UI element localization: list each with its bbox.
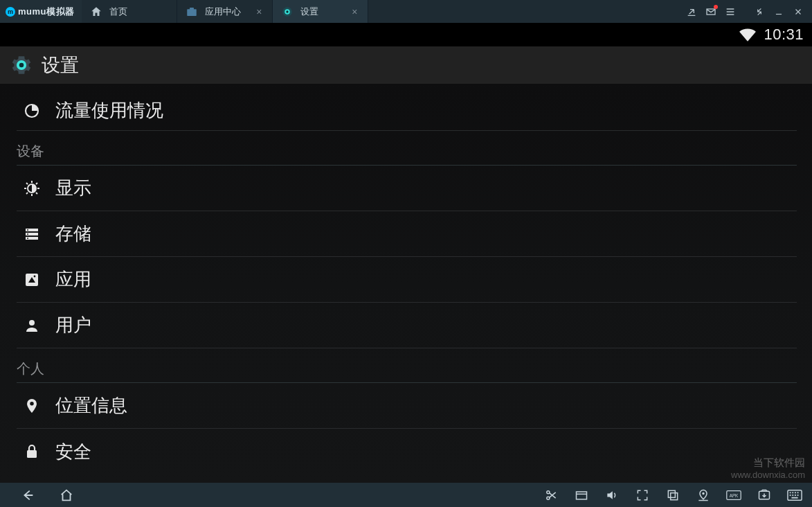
notification-dot — [714, 5, 718, 9]
svg-point-22 — [27, 233, 28, 235]
settings-item-security[interactable]: 安全 — [17, 429, 797, 474]
android-status-bar: 10:31 — [0, 23, 812, 46]
fullscreen-icon[interactable] — [635, 488, 650, 503]
data-usage-icon — [24, 103, 40, 119]
svg-point-27 — [29, 320, 35, 326]
gps-icon[interactable] — [696, 488, 711, 503]
section-header-device: 设备 — [17, 135, 797, 166]
location-icon — [24, 398, 40, 414]
status-clock: 10:31 — [764, 26, 804, 44]
svg-point-26 — [34, 275, 36, 277]
svg-rect-33 — [671, 492, 678, 499]
settings-item-label: 流量使用情况 — [55, 98, 163, 123]
screenshot-icon[interactable] — [757, 488, 772, 503]
svg-rect-39 — [790, 492, 791, 493]
logo-text: mumu模拟器 — [18, 6, 75, 18]
svg-rect-0 — [187, 9, 197, 16]
apps-icon — [24, 272, 40, 288]
settings-item-storage[interactable]: 存储 — [17, 211, 797, 257]
svg-rect-1 — [190, 8, 194, 10]
share-icon[interactable] — [682, 0, 701, 23]
svg-point-4 — [286, 10, 288, 12]
svg-point-21 — [27, 229, 28, 231]
folder-icon[interactable] — [574, 488, 589, 503]
logo-icon: m — [6, 7, 15, 17]
section-header-personal: 个人 — [17, 353, 797, 383]
settings-item-apps[interactable]: 应用 — [17, 257, 797, 303]
scissors-icon[interactable] — [543, 488, 559, 503]
svg-rect-44 — [792, 495, 793, 496]
mail-icon[interactable] — [701, 0, 721, 23]
settings-header-gear-icon — [10, 53, 33, 77]
emulator-bottombar: APK — [0, 483, 812, 507]
shrink-icon[interactable] — [750, 0, 769, 23]
svg-point-34 — [702, 492, 704, 494]
multiwin-icon[interactable] — [665, 488, 680, 503]
settings-item-label: 位置信息 — [55, 393, 127, 418]
svg-rect-47 — [791, 497, 797, 498]
settings-title: 设置 — [42, 53, 79, 78]
close-icon[interactable] — [788, 0, 808, 23]
settings-item-label: 显示 — [55, 176, 91, 200]
volume-icon[interactable] — [604, 488, 620, 503]
settings-item-location[interactable]: 位置信息 — [17, 383, 797, 429]
tab-label: 首页 — [109, 6, 170, 18]
menu-icon[interactable] — [721, 0, 740, 23]
svg-rect-32 — [668, 490, 675, 497]
svg-rect-41 — [795, 492, 796, 493]
svg-line-16 — [26, 193, 28, 194]
tab-label: 应用中心 — [205, 6, 254, 18]
svg-rect-45 — [795, 495, 796, 496]
minimize-icon[interactable] — [769, 0, 788, 23]
svg-rect-46 — [797, 495, 799, 496]
emulator-logo: m mumu模拟器 — [0, 0, 82, 23]
keyboard-icon[interactable] — [787, 488, 802, 503]
storage-icon — [24, 226, 40, 242]
display-icon — [24, 180, 40, 197]
svg-text:APK: APK — [730, 493, 739, 498]
tab-app-center[interactable]: 应用中心 × — [177, 0, 273, 23]
settings-item-data-usage[interactable]: 流量使用情况 — [17, 91, 797, 131]
security-icon — [24, 443, 40, 460]
settings-item-label: 用户 — [55, 313, 91, 337]
titlebar-actions — [682, 0, 812, 23]
svg-rect-28 — [27, 450, 37, 458]
settings-list: 流量使用情况 设备 显示 存储 应用 用户 个人 位置信息 — [0, 84, 812, 483]
svg-line-14 — [26, 183, 28, 184]
tab-close-button[interactable]: × — [349, 6, 360, 17]
svg-rect-31 — [577, 492, 587, 499]
svg-rect-40 — [792, 492, 793, 493]
wifi-icon — [739, 27, 757, 42]
svg-rect-43 — [790, 495, 791, 496]
svg-line-15 — [36, 193, 37, 194]
tab-settings[interactable]: 设置 × — [273, 0, 368, 23]
tab-close-button[interactable]: × — [253, 6, 264, 17]
emulator-titlebar: m mumu模拟器 首页 应用中心 × 设置 × — [0, 0, 812, 23]
briefcase-icon — [186, 6, 198, 18]
settings-item-display[interactable]: 显示 — [17, 166, 797, 211]
home-nav-button[interactable] — [58, 487, 75, 504]
settings-item-label: 存储 — [55, 222, 91, 246]
svg-point-7 — [19, 63, 24, 68]
tab-label: 设置 — [300, 6, 350, 18]
svg-point-23 — [27, 238, 28, 239]
settings-item-label: 安全 — [55, 440, 91, 464]
settings-gear-icon — [281, 6, 294, 18]
home-icon — [90, 6, 102, 18]
tab-home[interactable]: 首页 — [82, 0, 177, 23]
svg-rect-42 — [797, 492, 799, 493]
settings-app-header: 设置 — [0, 46, 812, 84]
settings-item-label: 应用 — [55, 267, 91, 292]
settings-item-users[interactable]: 用户 — [17, 303, 797, 348]
apk-icon[interactable]: APK — [726, 488, 741, 503]
user-icon — [24, 317, 40, 334]
svg-line-17 — [36, 183, 37, 184]
back-button[interactable] — [19, 487, 36, 504]
